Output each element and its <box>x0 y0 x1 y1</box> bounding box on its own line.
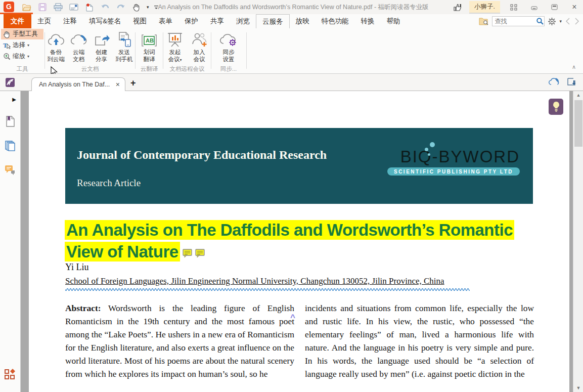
tab-close-icon[interactable]: × <box>115 80 121 89</box>
bookmarks-panel-icon[interactable] <box>4 115 16 127</box>
settings-dropdown-arrow[interactable]: ▾ <box>559 19 562 24</box>
search-input[interactable] <box>492 18 536 25</box>
save-icon[interactable] <box>37 2 48 13</box>
maximize-button[interactable] <box>548 2 561 12</box>
sticky-note-icon[interactable] <box>195 249 205 258</box>
create-share-button[interactable]: 创建分享 <box>91 30 112 63</box>
logo-bubble <box>428 153 430 156</box>
start-meeting-button[interactable]: 发起会议▾ <box>163 30 187 64</box>
undo-icon[interactable] <box>100 2 111 13</box>
start-page-icon[interactable] <box>5 77 15 88</box>
expand-panel-icon[interactable]: ▶ <box>4 93 16 105</box>
assistant-bulb-button[interactable] <box>549 99 563 115</box>
workspace-layout-icon[interactable] <box>507 2 520 12</box>
scroll-up-icon[interactable]: ▲ <box>573 91 583 99</box>
publisher-tagline: SCIENTIFIC PUBLISHING PTY LTD <box>387 167 520 176</box>
backup-to-cloud-button[interactable]: 备份到云端 <box>45 30 67 63</box>
menu-home[interactable]: 主页 <box>31 14 57 28</box>
hand-icon <box>3 30 11 38</box>
meeting-group-label: 文档远程会议 <box>163 65 211 73</box>
word-translate-button[interactable]: AB 划词翻译 <box>138 30 161 63</box>
navigation-sidebar: ▶ <box>0 91 21 392</box>
vertical-scrollbar[interactable]: ▲ ▼ <box>573 91 583 392</box>
new-tab-button[interactable]: + <box>130 78 136 89</box>
lightbulb-icon <box>552 101 560 112</box>
zoom-tool-button[interactable]: 缩放 ▾ <box>1 51 43 62</box>
logo-bubble <box>425 148 428 151</box>
ribbon-toolbar: 手型工具 T 选择 ▾ 缩放 ▾ 工具 备份到云端 <box>0 28 583 74</box>
sync-group-label: 同步... <box>211 65 246 73</box>
window-title: An Analysis on The Daffodils and Wordswo… <box>142 3 445 12</box>
insert-annotation-caret[interactable]: ^ <box>290 313 295 323</box>
menu-protect[interactable]: 保护 <box>178 14 204 28</box>
search-icon[interactable] <box>536 17 544 25</box>
menu-features[interactable]: 特色功能 <box>316 14 355 28</box>
open-file-icon[interactable] <box>21 2 32 13</box>
zoom-tool-label: 缩放 <box>13 52 25 61</box>
nav-back-icon[interactable] <box>565 17 571 25</box>
sync-settings-button[interactable]: 同步设置 <box>217 30 240 63</box>
new-document-icon[interactable] <box>84 2 95 13</box>
cloud-gear-icon <box>219 30 238 48</box>
save-to-cloud-icon[interactable] <box>567 77 576 86</box>
select-dropdown-arrow: ▾ <box>27 43 29 48</box>
menu-file[interactable]: 文件 <box>4 14 31 28</box>
article-type: Research Article <box>77 178 141 189</box>
ribbon-group-sync: 同步设置 同步... <box>211 28 246 74</box>
user-account-button[interactable]: 小狮子. <box>469 1 500 14</box>
pages-panel-icon[interactable] <box>4 140 16 152</box>
menu-cloud-service[interactable]: 云服务 <box>256 14 290 28</box>
scroll-down-icon[interactable]: ▼ <box>573 384 583 392</box>
paper-title: An Analysis on The Daffodils and Wordswo… <box>65 219 535 263</box>
field-navigation-icon[interactable] <box>4 368 16 380</box>
select-cursor-icon: T <box>3 41 11 49</box>
print-icon[interactable] <box>53 2 64 13</box>
hand-tool-button[interactable]: 手型工具 <box>1 29 43 39</box>
squiggly-annotation[interactable] <box>65 288 470 291</box>
publisher-logo: BIQ-BYWORD SCIENTIFIC PUBLISHING PTY LTD <box>387 147 520 176</box>
menu-convert[interactable]: 转换 <box>355 14 381 28</box>
pdf-page[interactable]: Journal of Contemporary Educational Rese… <box>29 91 569 392</box>
document-tab[interactable]: An Analysis on The Daf... × <box>31 77 125 91</box>
nav-forward-icon[interactable] <box>574 17 580 25</box>
translate-group-label: 云翻译 <box>136 65 163 73</box>
journal-name: Journal of Contemporary Educational Rese… <box>77 148 327 162</box>
cloud-status-icon[interactable] <box>549 77 560 86</box>
paper-title-line2: View of Nature <box>65 242 180 262</box>
cloud-doc-icon <box>70 30 87 48</box>
join-meeting-people-icon <box>191 30 208 48</box>
search-folder-icon[interactable] <box>479 17 489 26</box>
menu-fill-sign[interactable]: 填写&签名 <box>83 14 127 28</box>
redo-icon[interactable] <box>115 2 126 13</box>
foxit-logo-icon[interactable]: G <box>4 2 14 12</box>
document-tab-title: An Analysis on The Daf... <box>39 81 115 88</box>
titlebar-right-controls: 小狮子. × <box>453 0 581 14</box>
menu-form[interactable]: 表单 <box>153 14 178 28</box>
sticky-note-icon[interactable] <box>183 249 193 258</box>
comments-panel-icon[interactable] <box>4 164 16 176</box>
send-to-phone-button[interactable]: 发送到手机 <box>113 30 135 63</box>
menu-slideshow[interactable]: 放映 <box>290 14 316 28</box>
join-meeting-button[interactable]: 加入会议 <box>188 30 211 64</box>
collapse-ribbon-icon[interactable]: ∧ <box>572 64 576 70</box>
cloud-documents-button[interactable]: 云端文档 <box>68 30 89 63</box>
minimize-button[interactable] <box>527 2 541 12</box>
menu-comment[interactable]: 注释 <box>57 14 83 28</box>
scrollbar-thumb[interactable] <box>574 100 582 147</box>
menu-browse[interactable]: 浏览 <box>230 14 256 28</box>
ribbon-group-tools: 手型工具 T 选择 ▾ 缩放 ▾ 工具 <box>0 28 44 74</box>
email-icon[interactable] <box>68 2 79 13</box>
close-button[interactable]: × <box>568 2 581 12</box>
ribbon-separator <box>246 32 247 69</box>
hand-tool-quick-icon[interactable] <box>131 2 142 13</box>
abstract-column-left: Abstract: Wordsworth is the leading figu… <box>65 302 294 380</box>
ribbon-group-cloud-docs: 备份到云端 云端文档 创建分享 发送到手机 云文档 <box>45 28 135 74</box>
menu-help[interactable]: 帮助 <box>381 14 407 28</box>
settings-gear-icon[interactable] <box>548 17 556 26</box>
recommend-icon[interactable] <box>453 3 462 12</box>
select-tool-button[interactable]: T 选择 ▾ <box>1 40 43 51</box>
menu-view[interactable]: 视图 <box>127 14 153 28</box>
abstract-column-right: incidents and situations from common lif… <box>305 302 534 380</box>
zoom-magnifier-icon <box>3 53 11 60</box>
menu-share[interactable]: 共享 <box>204 14 230 28</box>
